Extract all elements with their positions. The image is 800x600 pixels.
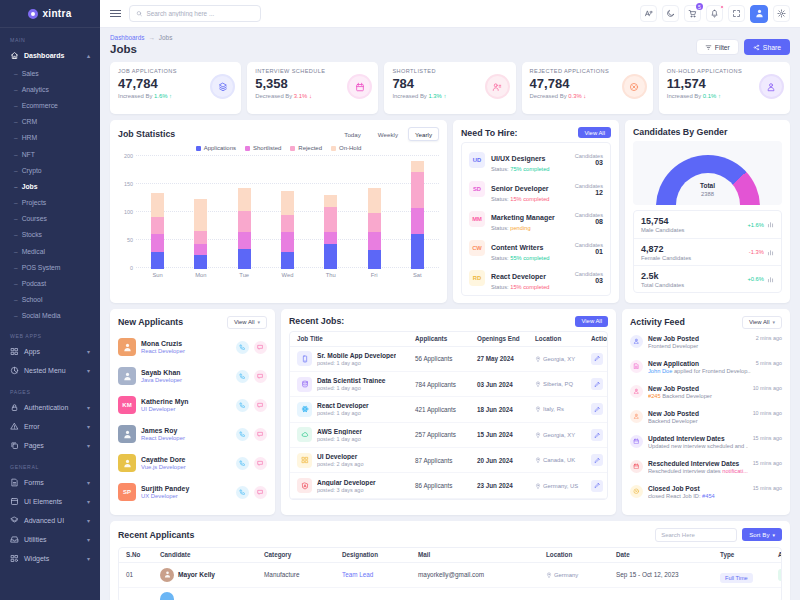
sidebar-item[interactable]: UI Elements (0, 492, 100, 511)
applicants-search-input[interactable] (655, 528, 737, 542)
sidebar-item[interactable]: Widgets (0, 549, 100, 568)
language-button[interactable] (640, 5, 657, 22)
stat-cards-row: JOB APPLICATIONS 47,784 Increased By 1.6… (110, 62, 790, 114)
activity-link[interactable]: John Doe (648, 368, 672, 374)
sidebar-subitem[interactable]: Crypto (0, 162, 100, 178)
sidebar-subitem[interactable]: Podcast (0, 275, 100, 291)
sidebar-item[interactable]: Pages (0, 436, 100, 455)
chevron-down-icon (87, 536, 90, 543)
sidebar-item[interactable]: Advanced UI (0, 511, 100, 530)
sidebar-item-dashboards[interactable]: Dashboards (0, 46, 100, 65)
sidebar-subitem[interactable]: Social Media (0, 308, 100, 324)
stat-icon (624, 76, 645, 97)
candidate-designation[interactable]: Team Lead (342, 571, 418, 578)
call-button[interactable] (236, 428, 249, 441)
breadcrumb-dashboards[interactable]: Dashboards (110, 34, 144, 41)
call-button[interactable] (236, 341, 249, 354)
sidebar-item[interactable]: Utilities (0, 530, 100, 549)
delete-job-button[interactable] (607, 403, 608, 415)
sidebar-subitem[interactable]: HRM (0, 130, 100, 146)
chart-range-tab[interactable]: Today (337, 127, 368, 141)
activity-item: New Application John Doe applied for Fro… (630, 358, 782, 383)
fullscreen-button[interactable] (728, 5, 745, 22)
download-button[interactable] (778, 569, 782, 581)
sidebar-item[interactable]: Authentication (0, 398, 100, 417)
activity-view-all-button[interactable]: View All (742, 316, 782, 329)
sidebar-subitem[interactable]: Courses (0, 211, 100, 227)
need-to-hire-item[interactable]: MM Marketing Manager Status: pending Can… (469, 204, 603, 234)
edit-job-button[interactable] (591, 480, 603, 492)
sidebar-subitem[interactable]: Sales (0, 65, 100, 81)
message-button[interactable] (254, 399, 267, 412)
sidebar-subitem[interactable]: Projects (0, 195, 100, 211)
chart-range-tab[interactable]: Weekly (371, 127, 405, 141)
sidebar-subitem[interactable]: POS System (0, 259, 100, 275)
edit-job-button[interactable] (591, 429, 603, 441)
sidebar-subitem[interactable]: Analytics (0, 81, 100, 97)
sidebar-item[interactable]: Nested Menu (0, 361, 100, 380)
sidebar-subitem[interactable]: Jobs (0, 178, 100, 194)
notifications-button[interactable] (706, 5, 723, 22)
search-input[interactable] (146, 10, 254, 17)
edit-job-button[interactable] (591, 353, 603, 365)
message-button[interactable] (254, 370, 267, 383)
job-posted: posted: 1 day ago (317, 410, 369, 416)
edit-job-button[interactable] (591, 454, 603, 466)
call-button[interactable] (236, 370, 249, 383)
activity-link[interactable]: #245 (648, 393, 661, 399)
sidebar-subitem[interactable]: CRM (0, 114, 100, 130)
stat-card: REJECTED APPLICATIONS 47,784 Decreased B… (522, 62, 653, 114)
settings-button[interactable] (773, 5, 790, 22)
sidebar-item-label: Forms (24, 479, 44, 486)
sidebar-item[interactable]: Error (0, 417, 100, 436)
message-button[interactable] (254, 428, 267, 441)
filter-button[interactable]: Filter (696, 39, 739, 55)
delete-job-button[interactable] (607, 378, 608, 390)
call-button[interactable] (236, 486, 249, 499)
edit-job-button[interactable] (591, 403, 603, 415)
job-posted: posted: 1 day ago (317, 385, 386, 391)
stat-label: ON-HOLD APPLICATIONS (667, 68, 782, 74)
delete-job-button[interactable] (607, 353, 608, 365)
chevron-down-icon (87, 348, 90, 355)
need-to-hire-item[interactable]: SD Senior Developer Status: 15% complete… (469, 175, 603, 205)
sidebar-subitem[interactable]: Medical (0, 243, 100, 259)
sidebar-subitem[interactable]: Ecommerce (0, 97, 100, 113)
activity-link[interactable]: #454 (702, 493, 715, 499)
edit-job-button[interactable] (591, 378, 603, 390)
sidebar-item[interactable]: Forms (0, 473, 100, 492)
avatar: SP (118, 483, 136, 501)
delete-job-button[interactable] (607, 429, 608, 441)
gender-panel: Candidates By Gender Total 2388 (625, 120, 790, 303)
location-pin-icon (535, 432, 541, 438)
call-button[interactable] (236, 399, 249, 412)
sidebar-subitem[interactable]: NFT (0, 146, 100, 162)
sort-by-button[interactable]: Sort By (742, 528, 782, 541)
call-button[interactable] (236, 457, 249, 470)
sidebar-subitem[interactable]: Stocks (0, 227, 100, 243)
hamburger-menu-icon[interactable] (110, 10, 121, 17)
activity-link[interactable]: notificati... (722, 468, 747, 474)
need-to-hire-item[interactable]: RD React Developer Status: 15% completed… (469, 263, 603, 293)
need-to-hire-item[interactable]: UD UI/UX Designers Status: 75% completed… (469, 145, 603, 175)
chart-range-tab[interactable]: Yearly (408, 127, 439, 141)
recent-jobs-view-all-button[interactable]: View All (575, 316, 608, 327)
filter-icon (705, 44, 712, 51)
need-to-hire-view-all-button[interactable]: View All (578, 127, 611, 138)
message-button[interactable] (254, 486, 267, 499)
user-avatar[interactable] (750, 5, 768, 23)
chevron-down-icon (87, 404, 90, 411)
message-button[interactable] (254, 457, 267, 470)
delete-job-button[interactable] (607, 454, 608, 466)
dark-mode-button[interactable] (662, 5, 679, 22)
sidebar-nav: MAIN Dashboards Sales Analytics Ecommerc… (0, 37, 100, 568)
sidebar-subitem[interactable]: School (0, 292, 100, 308)
need-to-hire-item[interactable]: CW Content Writers Status: 55% completed… (469, 234, 603, 264)
sidebar-item[interactable]: Apps (0, 342, 100, 361)
message-button[interactable] (254, 341, 267, 354)
cart-button[interactable]: 5 (684, 5, 701, 22)
delete-job-button[interactable] (607, 480, 608, 492)
share-button[interactable]: Share (744, 39, 790, 55)
brand[interactable]: xintra (0, 0, 100, 28)
new-applicants-view-all-button[interactable]: View All (227, 316, 267, 329)
